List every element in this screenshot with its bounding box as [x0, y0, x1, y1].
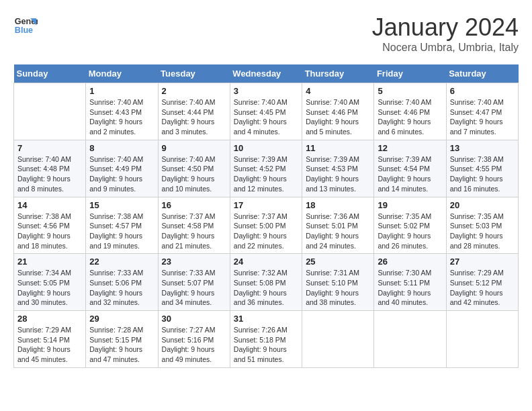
calendar-cell [302, 311, 374, 368]
calendar-cell: 8Sunrise: 7:40 AM Sunset: 4:49 PM Daylig… [86, 140, 158, 197]
calendar-cell: 21Sunrise: 7:34 AM Sunset: 5:05 PM Dayli… [14, 254, 86, 311]
calendar-cell: 22Sunrise: 7:33 AM Sunset: 5:06 PM Dayli… [86, 254, 158, 311]
day-number: 22 [89, 257, 154, 267]
day-info: Sunrise: 7:28 AM Sunset: 5:15 PM Dayligh… [89, 325, 154, 365]
day-info: Sunrise: 7:40 AM Sunset: 4:50 PM Dayligh… [162, 154, 226, 194]
day-info: Sunrise: 7:29 AM Sunset: 5:14 PM Dayligh… [17, 325, 82, 365]
calendar-cell: 11Sunrise: 7:39 AM Sunset: 4:53 PM Dayli… [302, 140, 374, 197]
week-row-1: 1Sunrise: 7:40 AM Sunset: 4:43 PM Daylig… [14, 83, 519, 140]
weekday-sunday: Sunday [14, 64, 86, 83]
calendar-cell: 16Sunrise: 7:37 AM Sunset: 4:58 PM Dayli… [158, 197, 230, 254]
day-number: 25 [306, 257, 370, 267]
day-number: 4 [306, 86, 370, 96]
month-title: January 2024 [372, 13, 519, 42]
day-number: 17 [234, 200, 298, 210]
day-info: Sunrise: 7:38 AM Sunset: 4:57 PM Dayligh… [89, 212, 154, 251]
day-info: Sunrise: 7:35 AM Sunset: 5:02 PM Dayligh… [378, 212, 442, 251]
day-info: Sunrise: 7:33 AM Sunset: 5:06 PM Dayligh… [89, 268, 154, 308]
calendar-cell: 26Sunrise: 7:30 AM Sunset: 5:11 PM Dayli… [374, 254, 446, 311]
day-number: 12 [378, 143, 442, 153]
day-info: Sunrise: 7:39 AM Sunset: 4:53 PM Dayligh… [306, 154, 370, 194]
weekday-thursday: Thursday [302, 64, 374, 83]
day-number: 15 [89, 200, 154, 210]
day-number: 14 [17, 200, 82, 210]
day-number: 8 [89, 143, 154, 153]
weekday-monday: Monday [86, 64, 158, 83]
day-number: 3 [234, 86, 298, 96]
day-number: 29 [89, 314, 154, 324]
day-number: 1 [89, 86, 154, 96]
logo-icon: General Blue [13, 13, 38, 38]
day-info: Sunrise: 7:27 AM Sunset: 5:16 PM Dayligh… [162, 325, 226, 365]
day-number: 20 [450, 200, 515, 210]
day-info: Sunrise: 7:32 AM Sunset: 5:08 PM Dayligh… [234, 268, 298, 308]
day-number: 10 [234, 143, 298, 153]
week-row-3: 14Sunrise: 7:38 AM Sunset: 4:56 PM Dayli… [14, 197, 519, 254]
day-info: Sunrise: 7:38 AM Sunset: 4:56 PM Dayligh… [17, 212, 82, 251]
calendar-cell: 17Sunrise: 7:37 AM Sunset: 5:00 PM Dayli… [230, 197, 302, 254]
day-info: Sunrise: 7:40 AM Sunset: 4:47 PM Dayligh… [450, 97, 515, 137]
calendar-cell: 2Sunrise: 7:40 AM Sunset: 4:44 PM Daylig… [158, 83, 230, 140]
calendar-cell [14, 83, 86, 140]
calendar-cell: 9Sunrise: 7:40 AM Sunset: 4:50 PM Daylig… [158, 140, 230, 197]
weekday-wednesday: Wednesday [230, 64, 302, 83]
day-number: 13 [450, 143, 515, 153]
calendar-table: SundayMondayTuesdayWednesdayThursdayFrid… [13, 64, 519, 368]
day-info: Sunrise: 7:37 AM Sunset: 4:58 PM Dayligh… [162, 212, 226, 251]
day-info: Sunrise: 7:31 AM Sunset: 5:10 PM Dayligh… [306, 268, 370, 308]
day-number: 9 [162, 143, 226, 153]
week-row-4: 21Sunrise: 7:34 AM Sunset: 5:05 PM Dayli… [14, 254, 519, 311]
svg-text:Blue: Blue [15, 26, 33, 35]
calendar-cell: 20Sunrise: 7:35 AM Sunset: 5:03 PM Dayli… [446, 197, 518, 254]
calendar-cell: 15Sunrise: 7:38 AM Sunset: 4:57 PM Dayli… [86, 197, 158, 254]
day-info: Sunrise: 7:37 AM Sunset: 5:00 PM Dayligh… [234, 212, 298, 251]
day-info: Sunrise: 7:39 AM Sunset: 4:52 PM Dayligh… [234, 154, 298, 194]
calendar-cell [446, 311, 518, 368]
day-info: Sunrise: 7:34 AM Sunset: 5:05 PM Dayligh… [17, 268, 82, 308]
day-info: Sunrise: 7:33 AM Sunset: 5:07 PM Dayligh… [162, 268, 226, 308]
calendar-cell: 19Sunrise: 7:35 AM Sunset: 5:02 PM Dayli… [374, 197, 446, 254]
calendar-cell: 18Sunrise: 7:36 AM Sunset: 5:01 PM Dayli… [302, 197, 374, 254]
week-row-2: 7Sunrise: 7:40 AM Sunset: 4:48 PM Daylig… [14, 140, 519, 197]
day-info: Sunrise: 7:40 AM Sunset: 4:44 PM Dayligh… [162, 97, 226, 137]
title-block: January 2024 Nocera Umbra, Umbria, Italy [372, 13, 519, 54]
calendar-cell: 23Sunrise: 7:33 AM Sunset: 5:07 PM Dayli… [158, 254, 230, 311]
day-info: Sunrise: 7:29 AM Sunset: 5:12 PM Dayligh… [450, 268, 515, 308]
page-header: General Blue January 2024 Nocera Umbra, … [13, 13, 519, 54]
day-number: 11 [306, 143, 370, 153]
day-info: Sunrise: 7:40 AM Sunset: 4:46 PM Dayligh… [378, 97, 442, 137]
day-info: Sunrise: 7:36 AM Sunset: 5:01 PM Dayligh… [306, 212, 370, 251]
day-info: Sunrise: 7:35 AM Sunset: 5:03 PM Dayligh… [450, 212, 515, 251]
weekday-tuesday: Tuesday [158, 64, 230, 83]
day-number: 27 [450, 257, 515, 267]
day-number: 30 [162, 314, 226, 324]
day-number: 31 [234, 314, 298, 324]
day-number: 2 [162, 86, 226, 96]
day-info: Sunrise: 7:39 AM Sunset: 4:54 PM Dayligh… [378, 154, 442, 194]
day-number: 5 [378, 86, 442, 96]
day-info: Sunrise: 7:26 AM Sunset: 5:18 PM Dayligh… [234, 325, 298, 365]
calendar-cell: 25Sunrise: 7:31 AM Sunset: 5:10 PM Dayli… [302, 254, 374, 311]
calendar-cell: 12Sunrise: 7:39 AM Sunset: 4:54 PM Dayli… [374, 140, 446, 197]
logo: General Blue [13, 13, 38, 38]
day-info: Sunrise: 7:38 AM Sunset: 4:55 PM Dayligh… [450, 154, 515, 194]
day-info: Sunrise: 7:40 AM Sunset: 4:48 PM Dayligh… [17, 154, 82, 194]
calendar-cell: 28Sunrise: 7:29 AM Sunset: 5:14 PM Dayli… [14, 311, 86, 368]
day-info: Sunrise: 7:30 AM Sunset: 5:11 PM Dayligh… [378, 268, 442, 308]
calendar-cell: 14Sunrise: 7:38 AM Sunset: 4:56 PM Dayli… [14, 197, 86, 254]
calendar-cell: 4Sunrise: 7:40 AM Sunset: 4:46 PM Daylig… [302, 83, 374, 140]
day-info: Sunrise: 7:40 AM Sunset: 4:46 PM Dayligh… [306, 97, 370, 137]
day-number: 21 [17, 257, 82, 267]
weekday-friday: Friday [374, 64, 446, 83]
calendar-cell: 3Sunrise: 7:40 AM Sunset: 4:45 PM Daylig… [230, 83, 302, 140]
calendar-cell: 1Sunrise: 7:40 AM Sunset: 4:43 PM Daylig… [86, 83, 158, 140]
location-subtitle: Nocera Umbra, Umbria, Italy [372, 42, 519, 54]
day-number: 16 [162, 200, 226, 210]
calendar-cell: 13Sunrise: 7:38 AM Sunset: 4:55 PM Dayli… [446, 140, 518, 197]
calendar-cell: 29Sunrise: 7:28 AM Sunset: 5:15 PM Dayli… [86, 311, 158, 368]
day-number: 7 [17, 143, 82, 153]
calendar-cell: 10Sunrise: 7:39 AM Sunset: 4:52 PM Dayli… [230, 140, 302, 197]
weekday-saturday: Saturday [446, 64, 518, 83]
calendar-cell: 24Sunrise: 7:32 AM Sunset: 5:08 PM Dayli… [230, 254, 302, 311]
calendar-cell: 27Sunrise: 7:29 AM Sunset: 5:12 PM Dayli… [446, 254, 518, 311]
